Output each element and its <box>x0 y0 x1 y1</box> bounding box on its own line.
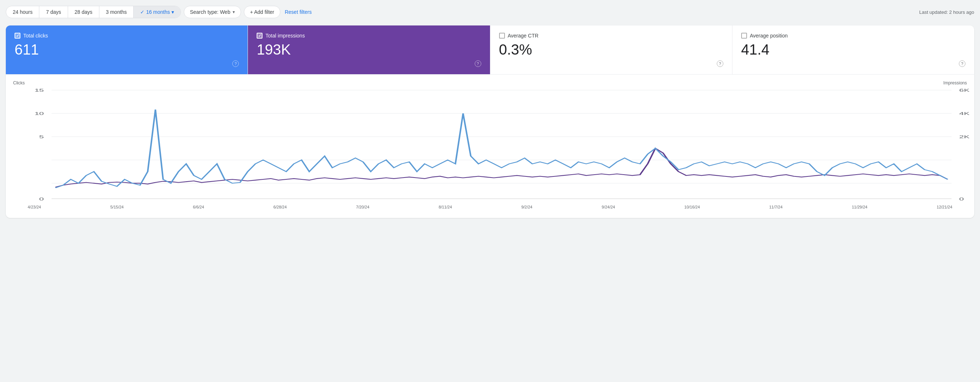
filter-24hours[interactable]: 24 hours <box>6 6 39 18</box>
svg-text:4K: 4K <box>959 111 970 116</box>
checkbox-position[interactable] <box>741 33 747 38</box>
metric-footer-clicks: ? <box>14 60 239 67</box>
metric-header-position: Average position <box>741 33 966 38</box>
x-label-9: 11/7/24 <box>769 205 783 209</box>
x-label-0: 4/23/24 <box>28 205 41 209</box>
right-axis-label: Impressions <box>943 81 967 86</box>
x-label-10: 11/29/24 <box>852 205 867 209</box>
svg-text:10: 10 <box>35 111 44 116</box>
metric-value-ctr: 0.3% <box>499 41 723 57</box>
help-icon-clicks[interactable]: ? <box>232 60 239 67</box>
svg-text:6K: 6K <box>959 88 970 92</box>
metric-header-ctr: Average CTR <box>499 33 723 38</box>
top-bar: 24 hours 7 days 28 days 3 months ✓16 mon… <box>6 6 974 18</box>
dropdown-arrow-icon: ▾ <box>172 9 174 15</box>
dropdown-chevron-icon: ▾ <box>232 10 235 14</box>
checkbox-impressions[interactable] <box>257 33 262 38</box>
metric-footer-ctr: ? <box>499 60 723 67</box>
main-card: Total clicks 611 ? Total impressions 193… <box>6 25 974 218</box>
x-label-4: 7/20/24 <box>356 205 369 209</box>
metric-avg-ctr[interactable]: Average CTR 0.3% ? <box>490 25 732 74</box>
metric-value-position: 41.4 <box>741 41 966 57</box>
metric-label-impressions: Total impressions <box>266 33 305 38</box>
svg-text:0: 0 <box>39 197 44 201</box>
x-axis-labels: 4/23/24 5/15/24 6/6/24 6/28/24 7/20/24 8… <box>13 203 967 209</box>
chart-svg: 15 10 5 0 6K 4K 2K 0 <box>13 86 967 203</box>
metric-total-impressions[interactable]: Total impressions 193K ? <box>248 25 490 74</box>
metric-footer-position: ? <box>741 60 966 67</box>
check-icon: ✓ <box>140 9 145 15</box>
chart-container: 15 10 5 0 6K 4K 2K 0 <box>13 86 967 203</box>
add-filter-button[interactable]: + Add filter <box>244 6 281 18</box>
reset-filters-button[interactable]: Reset filters <box>283 6 313 18</box>
add-filter-label: + Add filter <box>250 9 275 15</box>
left-axis-label: Clicks <box>13 81 25 86</box>
metric-value-clicks: 611 <box>14 41 239 57</box>
search-type-dropdown[interactable]: Search type: Web ▾ <box>184 6 241 18</box>
metric-label-ctr: Average CTR <box>508 33 539 38</box>
filter-7days[interactable]: 7 days <box>39 6 68 18</box>
metric-label-clicks: Total clicks <box>23 33 48 38</box>
help-icon-impressions[interactable]: ? <box>475 60 481 67</box>
checkbox-ctr[interactable] <box>499 33 505 38</box>
x-label-8: 10/16/24 <box>684 205 700 209</box>
x-label-6: 9/2/24 <box>521 205 533 209</box>
metric-label-position: Average position <box>750 33 788 38</box>
search-type-label: Search type: Web <box>190 9 231 15</box>
help-icon-ctr[interactable]: ? <box>717 60 723 67</box>
svg-text:5: 5 <box>39 134 44 139</box>
metrics-row: Total clicks 611 ? Total impressions 193… <box>6 25 974 74</box>
filter-16months[interactable]: ✓16 months ▾ <box>134 6 180 18</box>
x-label-3: 6/28/24 <box>274 205 287 209</box>
x-label-11: 12/21/24 <box>937 205 952 209</box>
metric-header-impressions: Total impressions <box>257 33 481 38</box>
chart-area: Clicks Impressions 15 10 5 0 6K 4K 2K <box>6 74 974 218</box>
x-label-2: 6/6/24 <box>193 205 204 209</box>
svg-text:15: 15 <box>35 88 44 92</box>
x-label-1: 5/15/24 <box>110 205 124 209</box>
time-filter-group: 24 hours 7 days 28 days 3 months ✓16 mon… <box>6 6 181 18</box>
svg-text:0: 0 <box>959 197 964 201</box>
metric-footer-impressions: ? <box>257 60 481 67</box>
filter-3months[interactable]: 3 months <box>99 6 134 18</box>
help-icon-position[interactable]: ? <box>959 60 966 67</box>
metric-value-impressions: 193K <box>257 41 481 57</box>
checkbox-clicks[interactable] <box>14 33 21 38</box>
x-label-7: 9/24/24 <box>602 205 615 209</box>
metric-avg-position[interactable]: Average position 41.4 ? <box>732 25 974 74</box>
metric-header-clicks: Total clicks <box>14 33 239 38</box>
metric-total-clicks[interactable]: Total clicks 611 ? <box>6 25 248 74</box>
last-updated-text: Last updated: 2 hours ago <box>919 10 974 15</box>
svg-text:2K: 2K <box>959 134 970 139</box>
chart-axis-labels: Clicks Impressions <box>13 81 967 86</box>
x-label-5: 8/11/24 <box>439 205 452 209</box>
filter-28days[interactable]: 28 days <box>68 6 99 18</box>
